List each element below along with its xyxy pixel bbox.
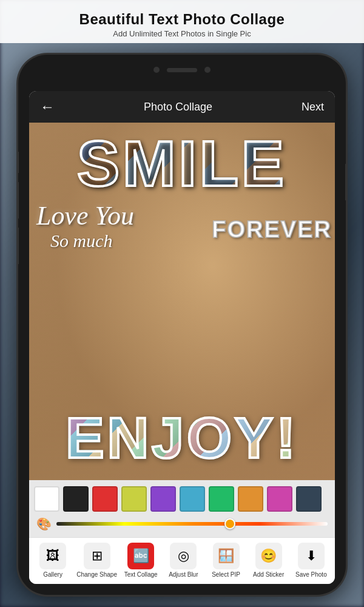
volume-up-button bbox=[18, 182, 19, 219]
collage-canvas[interactable]: SMILE Love You So much FOREVER ENJOY! bbox=[29, 123, 335, 480]
nav-title: Photo Collage bbox=[144, 101, 212, 114]
tool-icon-1: ⊞ bbox=[84, 543, 110, 569]
tool-icon-0: 🖼 bbox=[39, 543, 66, 569]
back-button[interactable]: ← bbox=[40, 98, 55, 115]
app-navbar: ← Photo Collage Next bbox=[29, 91, 335, 123]
volume-down-button bbox=[18, 228, 19, 264]
tool-icon-5: 😊 bbox=[255, 543, 282, 569]
app-subtitle: Add Unlimited Text Photos in Single Pic bbox=[6, 29, 358, 38]
color-swatch-3[interactable] bbox=[121, 486, 147, 512]
tool-label-4: Select PIP bbox=[212, 571, 240, 578]
tool-item-add-sticker[interactable]: 😊Add Sticker bbox=[250, 543, 288, 578]
camera-dot-2 bbox=[204, 67, 211, 73]
color-swatch-0[interactable] bbox=[34, 486, 59, 512]
color-swatch-6[interactable] bbox=[209, 486, 234, 512]
phone-screen: ← Photo Collage Next SMILE Love You So m… bbox=[29, 91, 335, 584]
tool-label-3: Adjust Blur bbox=[169, 571, 198, 578]
so-much-text[interactable]: So much bbox=[50, 231, 112, 251]
forever-wrapper[interactable]: FOREVER bbox=[212, 217, 332, 243]
tool-icon-3: ◎ bbox=[170, 543, 197, 569]
smile-text-wrapper[interactable]: SMILE bbox=[32, 129, 332, 198]
tool-icon-6: ⬇ bbox=[298, 543, 325, 569]
tool-item-change-shape[interactable]: ⊞Change Shape bbox=[76, 543, 117, 578]
tool-label-6: Save Photo bbox=[295, 571, 327, 578]
tool-icon-4: 🪟 bbox=[213, 543, 240, 569]
tool-item-adjust-blur[interactable]: ◎Adjust Blur bbox=[164, 543, 202, 578]
love-you-wrapper[interactable]: Love You bbox=[36, 200, 134, 231]
phone-frame: ← Photo Collage Next SMILE Love You So m… bbox=[18, 55, 346, 595]
bottom-toolbar: 🖼Gallery⊞Change Shape🔤Text Collage◎Adjus… bbox=[29, 537, 335, 584]
color-swatch-4[interactable] bbox=[150, 486, 176, 512]
paint-icon: 🎨 bbox=[36, 517, 52, 531]
mute-button bbox=[18, 152, 19, 173]
tool-label-1: Change Shape bbox=[76, 571, 117, 578]
love-you-text[interactable]: Love You bbox=[36, 200, 134, 231]
smile-text[interactable]: SMILE bbox=[77, 127, 287, 200]
enjoy-wrapper[interactable]: ENJOY! bbox=[32, 405, 332, 471]
tool-label-0: Gallery bbox=[43, 571, 62, 578]
app-title: Beautiful Text Photo Collage bbox=[6, 11, 358, 28]
color-swatch-8[interactable] bbox=[267, 486, 292, 512]
color-swatch-9[interactable] bbox=[296, 486, 322, 512]
enjoy-text[interactable]: ENJOY! bbox=[66, 405, 298, 471]
color-swatch-5[interactable] bbox=[180, 486, 205, 512]
slider-thumb[interactable] bbox=[224, 518, 235, 529]
power-button bbox=[345, 164, 346, 200]
top-header: Beautiful Text Photo Collage Add Unlimit… bbox=[0, 0, 364, 43]
tool-icon-2: 🔤 bbox=[127, 543, 154, 569]
tool-label-2: Text Collage bbox=[124, 571, 158, 578]
color-slider[interactable] bbox=[56, 522, 328, 526]
phone-top-bar bbox=[153, 67, 211, 73]
tool-label-5: Add Sticker bbox=[253, 571, 284, 578]
next-button[interactable]: Next bbox=[302, 101, 324, 114]
tool-item-gallery[interactable]: 🖼Gallery bbox=[34, 543, 72, 578]
forever-text[interactable]: FOREVER bbox=[212, 217, 332, 243]
tool-item-text-collage[interactable]: 🔤Text Collage bbox=[122, 543, 160, 578]
color-swatches bbox=[34, 486, 330, 512]
tool-item-select-pip[interactable]: 🪟Select PIP bbox=[207, 543, 245, 578]
slider-row: 🎨 bbox=[34, 517, 330, 531]
camera-dot bbox=[153, 67, 160, 73]
color-swatch-7[interactable] bbox=[238, 486, 263, 512]
so-much-wrapper[interactable]: So much bbox=[50, 231, 112, 251]
speaker-bar bbox=[167, 68, 197, 72]
color-swatch-2[interactable] bbox=[92, 486, 118, 512]
tool-item-save-photo[interactable]: ⬇Save Photo bbox=[292, 543, 330, 578]
color-swatch-1[interactable] bbox=[63, 486, 89, 512]
color-palette-bar: 🎨 bbox=[29, 480, 335, 537]
